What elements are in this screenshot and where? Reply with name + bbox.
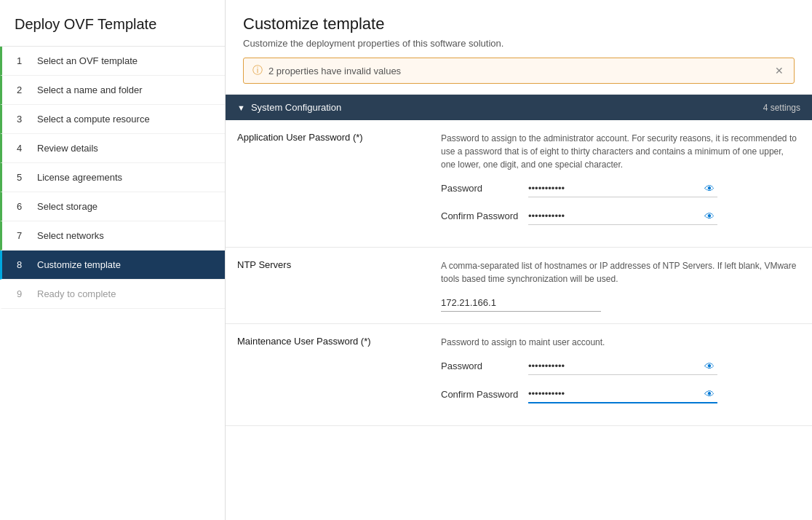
- field-input-wrap-0-0: 👁: [528, 180, 717, 197]
- field-input-wrap-0-1: 👁: [528, 208, 717, 225]
- config-row-1: NTP ServersA comma-separated list of hos…: [226, 248, 812, 324]
- field-row-0-1: Confirm Password 👁: [441, 208, 800, 225]
- step-label: Ready to complete: [37, 288, 116, 299]
- sidebar-step-6[interactable]: 7Select networks: [0, 221, 225, 251]
- config-row-0: Application User Password (*)Password to…: [226, 120, 812, 248]
- sidebar-step-8: 9Ready to complete: [0, 280, 225, 309]
- step-label: Select an OVF template: [37, 55, 138, 66]
- sidebar-step-5[interactable]: 6Select storage: [0, 192, 225, 221]
- row-desc-0: Password to assign to the administrator …: [441, 132, 800, 171]
- row-desc-2: Password to assign to maint user account…: [441, 336, 800, 349]
- field-input-2-1[interactable]: [528, 385, 717, 402]
- field-row-2-1: Confirm Password 👁: [441, 385, 800, 403]
- section-label: System Configuration: [251, 102, 341, 113]
- step-number: 1: [17, 55, 30, 66]
- ntp-input[interactable]: [441, 294, 601, 312]
- settings-count: 4 settings: [763, 103, 800, 113]
- eye-icon-2-1[interactable]: 👁: [704, 388, 715, 400]
- step-label: Customize template: [37, 259, 121, 270]
- main-content: ▼ System Configuration 4 settings Applic…: [226, 95, 812, 520]
- step-number: 9: [17, 288, 30, 299]
- eye-icon-0-1[interactable]: 👁: [704, 210, 715, 222]
- field-row-2-0: Password 👁: [441, 358, 800, 375]
- alert-text: 2 properties have invalid values: [268, 66, 773, 76]
- eye-icon-0-0[interactable]: 👁: [704, 183, 715, 194]
- ntp-field-row: [441, 294, 800, 312]
- sidebar-step-0[interactable]: 1Select an OVF template: [0, 47, 225, 76]
- step-number: 6: [17, 201, 30, 212]
- alert-close-button[interactable]: ✕: [773, 65, 785, 76]
- field-input-2-0[interactable]: [528, 358, 717, 374]
- row-label-1: NTP Servers: [237, 259, 291, 270]
- alert-icon: ⓘ: [252, 64, 263, 77]
- field-input-wrap-2-1: 👁: [528, 385, 717, 403]
- config-row-2: Maintenance User Password (*)Password to…: [226, 324, 812, 426]
- step-number: 2: [17, 84, 30, 95]
- step-label: Select a name and folder: [37, 84, 143, 95]
- page-title: Customize template: [243, 15, 795, 34]
- main-panel: Customize template Customize the deploym…: [226, 0, 812, 520]
- row-desc-1: A comma-separated list of hostnames or I…: [441, 259, 800, 285]
- sidebar-step-2[interactable]: 3Select a compute resource: [0, 105, 225, 134]
- page-subtitle: Customize the deployment properties of t…: [243, 38, 795, 49]
- sidebar-title: Deploy OVF Template: [0, 0, 225, 47]
- step-number: 8: [17, 259, 30, 270]
- field-label-2-0: Password: [441, 359, 528, 374]
- sidebar-step-4[interactable]: 5License agreements: [0, 163, 225, 192]
- sidebar-step-1[interactable]: 2Select a name and folder: [0, 76, 225, 105]
- steps-list: 1Select an OVF template2Select a name an…: [0, 47, 225, 520]
- step-label: Review details: [37, 143, 98, 154]
- field-input-wrap-2-0: 👁: [528, 358, 717, 375]
- eye-icon-2-0[interactable]: 👁: [704, 361, 715, 372]
- field-label-0-0: Password: [441, 181, 528, 196]
- sidebar-step-7[interactable]: 8Customize template: [0, 251, 225, 280]
- step-number: 3: [17, 114, 30, 125]
- step-label: Select storage: [37, 201, 97, 212]
- field-label-0-1: Confirm Password: [441, 209, 528, 224]
- sidebar-step-3[interactable]: 4Review details: [0, 134, 225, 163]
- field-row-0-0: Password 👁: [441, 180, 800, 197]
- step-number: 4: [17, 143, 30, 154]
- field-input-0-1[interactable]: [528, 208, 717, 224]
- row-label-0: Application User Password (*): [237, 132, 363, 143]
- step-label: Select a compute resource: [37, 114, 150, 125]
- step-number: 7: [17, 230, 30, 241]
- section-header[interactable]: ▼ System Configuration 4 settings: [226, 95, 812, 120]
- step-label: License agreements: [37, 172, 122, 183]
- sidebar: Deploy OVF Template 1Select an OVF templ…: [0, 0, 226, 520]
- row-label-2: Maintenance User Password (*): [237, 336, 371, 347]
- main-header: Customize template Customize the deploym…: [226, 0, 812, 95]
- field-label-2-1: Confirm Password: [441, 387, 528, 402]
- alert-banner: ⓘ 2 properties have invalid values ✕: [243, 58, 795, 84]
- section-chevron: ▼: [237, 103, 245, 112]
- field-input-0-0[interactable]: [528, 180, 717, 197]
- step-number: 5: [17, 172, 30, 183]
- step-label: Select networks: [37, 230, 104, 241]
